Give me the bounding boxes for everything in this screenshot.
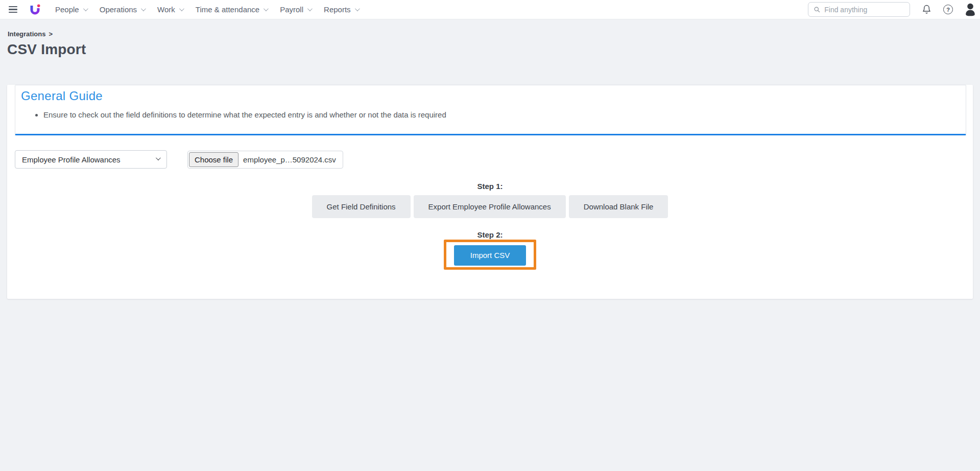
choose-file-button[interactable]: Choose file [189, 152, 238, 167]
main-nav: People Operations Work Time & attendance… [55, 5, 358, 14]
chevron-down-icon [264, 6, 269, 11]
bell-icon [922, 4, 931, 15]
export-employee-profile-allowances-button[interactable]: Export Employee Profile Allowances [414, 195, 566, 218]
import-csv-button[interactable]: Import CSV [454, 245, 526, 266]
global-search[interactable] [808, 2, 910, 17]
nav-item-operations[interactable]: Operations [100, 5, 145, 14]
brand-logo-icon [29, 3, 41, 16]
annotation-highlight-box: Import CSV [444, 240, 536, 270]
general-guide-heading: General Guide [21, 89, 958, 103]
nav-item-people[interactable]: People [55, 5, 87, 14]
download-blank-file-button[interactable]: Download Blank File [569, 195, 668, 218]
import-form-row: Employee Profile Allowances Choose file … [15, 150, 973, 169]
file-input: Choose file employee_p…5092024.csv [187, 151, 343, 169]
chevron-down-icon [307, 6, 313, 11]
step1-label: Step 1: [7, 182, 973, 191]
step1-buttons-row: Get Field Definitions Export Employee Pr… [7, 195, 973, 218]
search-input[interactable] [824, 6, 905, 14]
nav-label: Reports [324, 5, 351, 14]
breadcrumb-integrations-link[interactable]: Integrations [8, 30, 45, 38]
nav-item-work[interactable]: Work [157, 5, 183, 14]
get-field-definitions-button[interactable]: Get Field Definitions [312, 195, 411, 218]
avatar-icon [965, 3, 976, 16]
nav-label: Work [157, 5, 175, 14]
nav-item-time-attendance[interactable]: Time & attendance [196, 5, 267, 14]
nav-label: Payroll [280, 5, 303, 14]
chevron-down-icon [141, 6, 146, 11]
page-title: CSV Import [7, 41, 980, 58]
help-icon: ? [943, 5, 953, 14]
import-type-select[interactable]: Employee Profile Allowances [15, 150, 167, 169]
account-avatar[interactable] [965, 3, 976, 16]
search-icon [814, 6, 820, 13]
chevron-down-icon [83, 6, 88, 11]
notifications-button[interactable] [922, 4, 931, 15]
general-guide-bullet: Ensure to check out the field definition… [43, 110, 958, 120]
general-guide-list: Ensure to check out the field definition… [21, 110, 958, 120]
chevron-down-icon [179, 6, 184, 11]
chevron-down-icon [355, 6, 360, 11]
help-button[interactable]: ? [943, 5, 953, 14]
nav-label: Time & attendance [196, 5, 259, 14]
step2-label: Step 2: [7, 230, 973, 239]
general-guide-panel: General Guide Ensure to check out the fi… [15, 85, 966, 135]
nav-item-payroll[interactable]: Payroll [280, 5, 311, 14]
csv-import-card: General Guide Ensure to check out the fi… [7, 85, 973, 299]
selected-file-name: employee_p…5092024.csv [243, 155, 336, 164]
steps-section: Step 1: Get Field Definitions Export Emp… [7, 182, 973, 270]
breadcrumb-separator: > [49, 30, 53, 38]
breadcrumb: Integrations > [0, 19, 980, 38]
nav-label: Operations [100, 5, 137, 14]
nav-item-reports[interactable]: Reports [324, 5, 358, 14]
hamburger-menu-icon[interactable] [9, 6, 17, 13]
import-type-select-wrap: Employee Profile Allowances [15, 150, 167, 169]
nav-label: People [55, 5, 79, 14]
brand-logo[interactable] [29, 3, 41, 16]
top-navigation-bar: People Operations Work Time & attendance… [0, 0, 980, 19]
topbar-right-controls: ? [808, 2, 976, 17]
